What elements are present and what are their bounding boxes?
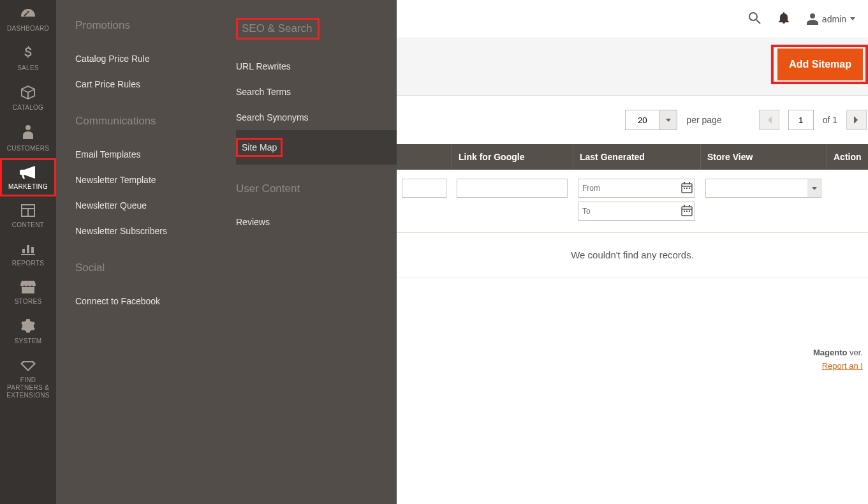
storefront-icon — [3, 281, 54, 295]
filter-id-input[interactable] — [402, 179, 446, 198]
grid-col-spacer — [397, 144, 452, 170]
flyout-item-search-terms[interactable]: Search Terms — [236, 79, 397, 105]
calendar-icon[interactable] — [681, 182, 693, 196]
filter-store-select[interactable] — [705, 179, 821, 198]
flyout-item-catalog-price-rule[interactable]: Catalog Price Rule — [75, 46, 236, 71]
user-menu[interactable]: admin — [807, 13, 855, 25]
marketing-flyout: Promotions Catalog Price Rule Cart Price… — [56, 0, 397, 504]
filter-id — [397, 179, 452, 221]
add-sitemap-highlight: Add Sitemap — [771, 45, 868, 84]
flyout-col-left: Promotions Catalog Price Rule Cart Price… — [75, 19, 236, 314]
flyout-item-search-synonyms[interactable]: Search Synonyms — [236, 105, 397, 130]
filter-last-generated — [573, 179, 700, 221]
grid-filter-row — [397, 170, 868, 233]
grid-col-store-view[interactable]: Store View — [700, 144, 827, 170]
chevron-down-icon — [850, 17, 855, 20]
flyout-item-newsletter-subscribers[interactable]: Newsletter Subscribers — [75, 218, 236, 244]
nav-label: STORES — [15, 298, 42, 305]
svg-rect-14 — [686, 211, 688, 212]
svg-rect-11 — [684, 205, 685, 207]
nav-content[interactable]: CONTENT — [0, 196, 56, 235]
filter-link-input[interactable] — [457, 179, 568, 198]
bars-icon — [3, 242, 54, 256]
page-number-input[interactable] — [788, 110, 814, 130]
gauge-icon — [3, 8, 54, 22]
svg-rect-12 — [689, 205, 690, 207]
page-header: Add Sitemap — [397, 38, 868, 96]
per-page-dropdown[interactable] — [659, 110, 677, 130]
svg-rect-8 — [689, 188, 690, 189]
grid-col-last-generated[interactable]: Last Generated — [573, 144, 700, 170]
gear-icon — [3, 319, 54, 334]
flyout-item-newsletter-queue[interactable]: Newsletter Queue — [75, 193, 236, 218]
megaphone-icon — [3, 166, 54, 180]
nav-dashboard[interactable]: DASHBOARD — [0, 0, 56, 38]
svg-rect-15 — [689, 211, 690, 212]
select-caret-icon[interactable] — [807, 179, 821, 198]
nav-label: REPORTS — [12, 260, 44, 267]
filter-action — [827, 179, 868, 221]
filter-date-to[interactable] — [578, 202, 695, 221]
svg-rect-7 — [686, 188, 688, 189]
nav-label: SALES — [17, 64, 39, 71]
nav-marketing[interactable]: MARKETING — [0, 158, 56, 196]
calendar-icon[interactable] — [681, 205, 693, 219]
left-nav: DASHBOARD SALES CATALOG CUSTOMERS MARKET… — [0, 0, 56, 504]
dollar-icon — [3, 46, 54, 61]
per-page-input[interactable] — [625, 110, 659, 130]
nav-sales[interactable]: SALES — [0, 38, 56, 78]
nav-label: CUSTOMERS — [7, 145, 49, 152]
svg-rect-13 — [684, 211, 685, 212]
next-page-button[interactable] — [846, 110, 867, 130]
svg-point-0 — [749, 13, 757, 20]
filter-date-from[interactable] — [578, 179, 695, 198]
filter-link — [452, 179, 573, 221]
nav-reports[interactable]: REPORTS — [0, 235, 56, 273]
report-issue-link[interactable]: Report an I — [822, 361, 863, 371]
footer-magento: Magento — [813, 348, 847, 357]
nav-find-partners[interactable]: FIND PARTNERS & EXTENSIONS — [0, 351, 56, 406]
nav-stores[interactable]: STORES — [0, 273, 56, 311]
bell-icon[interactable] — [779, 12, 789, 26]
flyout-item-connect-facebook[interactable]: Connect to Facebook — [75, 288, 236, 314]
nav-customers[interactable]: CUSTOMERS — [0, 117, 56, 158]
flyout-item-newsletter-template[interactable]: Newsletter Template — [75, 167, 236, 193]
svg-rect-6 — [684, 188, 685, 189]
username: admin — [822, 14, 846, 24]
filter-store-view — [700, 179, 827, 221]
flyout-group-promotions: Promotions — [75, 19, 236, 32]
svg-rect-5 — [689, 182, 690, 184]
flyout-item-site-map[interactable]: Site Map — [236, 130, 397, 165]
flyout-group-user-content: User Content — [236, 182, 397, 195]
add-sitemap-button[interactable]: Add Sitemap — [777, 48, 863, 80]
grid-col-link[interactable]: Link for Google — [452, 144, 573, 170]
per-page-label: per page — [686, 115, 721, 125]
grid-col-action: Action — [827, 144, 868, 170]
page-footer: Magento ver. Report an I — [397, 341, 868, 371]
nav-label: CONTENT — [12, 221, 44, 228]
nav-system[interactable]: SYSTEM — [0, 311, 56, 351]
person-icon — [3, 125, 54, 142]
flyout-item-reviews[interactable]: Reviews — [236, 209, 397, 235]
flyout-group-seo: SEO & Search — [236, 19, 397, 40]
nav-label: CATALOG — [13, 104, 43, 111]
chevron-left-icon — [767, 116, 772, 124]
search-icon[interactable] — [748, 11, 761, 27]
top-bar: admin — [397, 0, 868, 38]
flyout-item-url-rewrites[interactable]: URL Rewrites — [236, 54, 397, 79]
prev-page-button[interactable] — [759, 110, 779, 130]
nav-catalog[interactable]: CATALOG — [0, 78, 56, 117]
flyout-col-right: SEO & Search URL Rewrites Search Terms S… — [236, 19, 397, 314]
user-icon — [807, 13, 818, 25]
chevron-right-icon — [854, 116, 859, 124]
grid-empty-message: We couldn't find any records. — [397, 233, 868, 278]
flyout-item-email-templates[interactable]: Email Templates — [75, 142, 236, 167]
flyout-group-social: Social — [75, 262, 236, 274]
svg-rect-4 — [684, 182, 685, 184]
flyout-item-cart-price-rules[interactable]: Cart Price Rules — [75, 71, 236, 97]
box-icon — [3, 85, 54, 101]
grid-header-row: Link for Google Last Generated Store Vie… — [397, 144, 868, 170]
grid-toolbar: per page of 1 — [397, 96, 868, 144]
partners-icon — [3, 359, 54, 373]
svg-line-1 — [756, 20, 760, 24]
